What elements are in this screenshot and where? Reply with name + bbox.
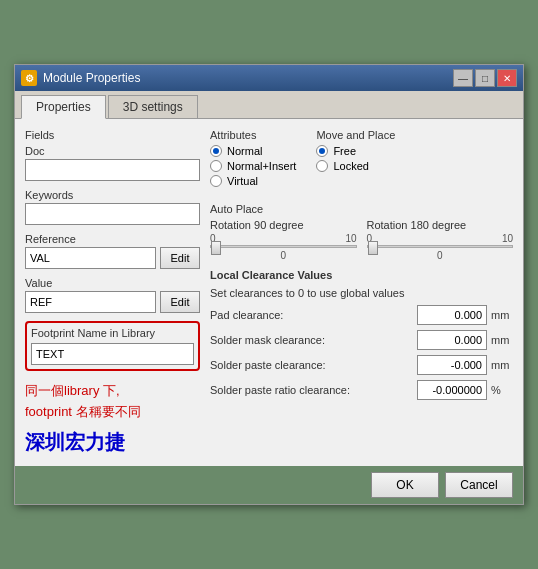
clearance-solder-mask-input[interactable]: [417, 330, 487, 350]
radio-virtual[interactable]: Virtual: [210, 175, 296, 187]
annotation-blue: 深圳宏力捷: [25, 429, 200, 456]
clearance-pad-input[interactable]: [417, 305, 487, 325]
window-body: Fields Doc Keywords Reference Edit: [15, 119, 523, 504]
radio-normal-label: Normal: [227, 145, 262, 157]
reference-edit-button[interactable]: Edit: [160, 247, 200, 269]
auto-place-label: Auto Place: [210, 203, 513, 215]
clearance-solder-paste-unit: mm: [491, 359, 513, 371]
doc-field-group: Doc: [25, 145, 200, 181]
radio-locked-label: Locked: [333, 160, 368, 172]
clearance-row-solder-paste: Solder paste clearance: mm: [210, 355, 513, 375]
radio-normal-insert[interactable]: Normal+Insert: [210, 160, 296, 172]
rotation-90-label: Rotation 90 degree: [210, 219, 357, 231]
rotation-180-slider[interactable]: [367, 245, 514, 248]
reference-input-row: Edit: [25, 247, 200, 269]
value-input[interactable]: [25, 291, 156, 313]
tab-properties[interactable]: Properties: [21, 95, 106, 119]
radio-normal[interactable]: Normal: [210, 145, 296, 157]
clearance-solder-paste-input[interactable]: [417, 355, 487, 375]
rotation-180-range: 0 10: [367, 233, 514, 244]
radio-normal-insert-circle: [210, 160, 222, 172]
radio-locked-circle: [316, 160, 328, 172]
radio-normal-insert-label: Normal+Insert: [227, 160, 296, 172]
rotation-90-slider[interactable]: [210, 245, 357, 248]
cancel-button[interactable]: Cancel: [445, 472, 513, 498]
local-clearance-section: Local Clearance Values Set clearances to…: [210, 269, 513, 400]
left-panel: Fields Doc Keywords Reference Edit: [25, 129, 200, 456]
radio-virtual-circle: [210, 175, 222, 187]
reference-field-group: Reference Edit: [25, 233, 200, 269]
annotation-text: 同一個library 下, footprint 名稱要不同: [25, 381, 200, 423]
value-edit-button[interactable]: Edit: [160, 291, 200, 313]
title-bar: ⚙ Module Properties — □ ✕: [15, 65, 523, 91]
module-properties-window: ⚙ Module Properties — □ ✕ Properties 3D …: [14, 64, 524, 505]
tab-bar: Properties 3D settings: [15, 91, 523, 119]
attributes-section: Attributes Normal Normal+Insert: [210, 129, 296, 187]
rotation-90-max: 10: [345, 233, 356, 244]
title-bar-left: ⚙ Module Properties: [21, 70, 140, 86]
clearance-row-pad: Pad clearance: mm: [210, 305, 513, 325]
tab-3d-settings[interactable]: 3D settings: [108, 95, 198, 118]
top-row: Attributes Normal Normal+Insert: [210, 129, 513, 195]
rotation-90-range: 0 10: [210, 233, 357, 244]
keywords-field-group: Keywords: [25, 189, 200, 225]
clearance-pad-label: Pad clearance:: [210, 309, 413, 321]
app-icon: ⚙: [21, 70, 37, 86]
radio-free[interactable]: Free: [316, 145, 395, 157]
move-and-place-section: Move and Place Free Locked: [316, 129, 395, 195]
attributes-label: Attributes: [210, 129, 296, 141]
radio-free-label: Free: [333, 145, 356, 157]
clearance-row-solder-mask: Solder mask clearance: mm: [210, 330, 513, 350]
rotation-180-group: Rotation 180 degree 0 10 0: [367, 219, 514, 261]
minimize-button[interactable]: —: [453, 69, 473, 87]
clearance-pad-unit: mm: [491, 309, 513, 321]
rotation-90-value: 0: [210, 250, 357, 261]
clearance-solder-paste-ratio-label: Solder paste ratio clearance:: [210, 384, 413, 396]
clearance-row-solder-paste-ratio: Solder paste ratio clearance: %: [210, 380, 513, 400]
move-place-label: Move and Place: [316, 129, 395, 141]
footprint-label: Footprint Name in Library: [31, 327, 194, 339]
reference-label: Reference: [25, 233, 200, 245]
clearance-solder-paste-ratio-input[interactable]: [417, 380, 487, 400]
rotation-180-max: 10: [502, 233, 513, 244]
value-field-group: Value Edit: [25, 277, 200, 313]
clearance-solder-paste-ratio-unit: %: [491, 384, 513, 396]
doc-label: Doc: [25, 145, 200, 157]
local-clearance-subtitle: Set clearances to 0 to use global values: [210, 287, 513, 299]
radio-free-circle: [316, 145, 328, 157]
rotation-180-label: Rotation 180 degree: [367, 219, 514, 231]
radio-locked[interactable]: Locked: [316, 160, 395, 172]
move-place-radio-group: Free Locked: [316, 145, 395, 172]
close-button[interactable]: ✕: [497, 69, 517, 87]
keywords-input[interactable]: [25, 203, 200, 225]
auto-place-section: Auto Place Rotation 90 degree 0 10 0: [210, 203, 513, 261]
content-area: Fields Doc Keywords Reference Edit: [15, 119, 523, 466]
slider-row: Rotation 90 degree 0 10 0 Rotation 18: [210, 219, 513, 261]
keywords-label: Keywords: [25, 189, 200, 201]
value-input-row: Edit: [25, 291, 200, 313]
local-clearance-title: Local Clearance Values: [210, 269, 513, 281]
value-label: Value: [25, 277, 200, 289]
reference-input[interactable]: [25, 247, 156, 269]
clearance-solder-mask-unit: mm: [491, 334, 513, 346]
rotation-90-thumb[interactable]: [211, 241, 221, 255]
radio-normal-circle: [210, 145, 222, 157]
annotation-line2: footprint 名稱要不同: [25, 402, 200, 423]
clearance-solder-mask-label: Solder mask clearance:: [210, 334, 413, 346]
window-title: Module Properties: [43, 71, 140, 85]
rotation-90-group: Rotation 90 degree 0 10 0: [210, 219, 357, 261]
footprint-group: Footprint Name in Library: [25, 321, 200, 371]
bottom-bar: OK Cancel: [15, 466, 523, 504]
footprint-input[interactable]: [31, 343, 194, 365]
rotation-180-thumb[interactable]: [368, 241, 378, 255]
right-panel: Attributes Normal Normal+Insert: [210, 129, 513, 456]
annotation-line1: 同一個library 下,: [25, 381, 200, 402]
rotation-180-value: 0: [367, 250, 514, 261]
radio-virtual-label: Virtual: [227, 175, 258, 187]
maximize-button[interactable]: □: [475, 69, 495, 87]
ok-button[interactable]: OK: [371, 472, 439, 498]
title-controls: — □ ✕: [453, 69, 517, 87]
clearance-solder-paste-label: Solder paste clearance:: [210, 359, 413, 371]
fields-section-label: Fields: [25, 129, 200, 141]
doc-input[interactable]: [25, 159, 200, 181]
